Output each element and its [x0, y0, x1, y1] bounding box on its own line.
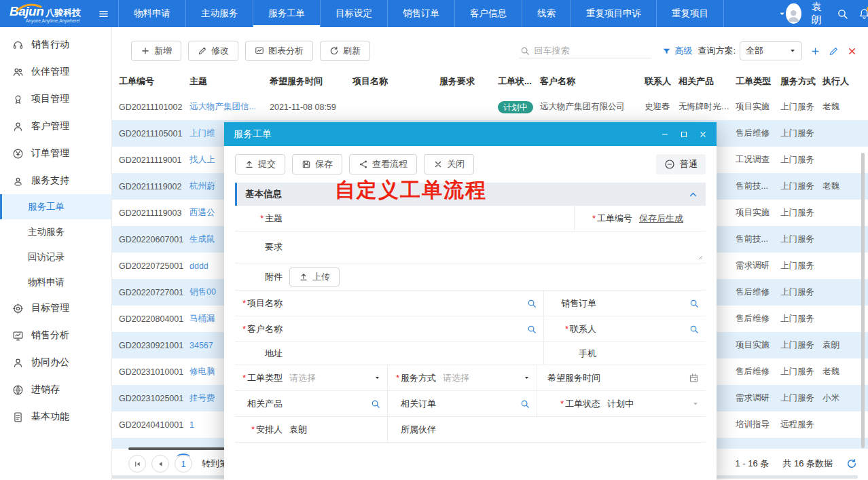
top-nav-tab[interactable]: 重复项目 [656, 0, 724, 27]
top-nav-tab[interactable]: 客户信息 [454, 0, 522, 27]
delete-scheme-button[interactable] [847, 46, 857, 56]
requirement-textarea[interactable] [289, 232, 706, 263]
search-input[interactable] [534, 45, 636, 56]
minimize-icon[interactable] [661, 130, 669, 139]
magnifier-icon[interactable] [527, 299, 537, 308]
table-header-cell[interactable]: 项目名称 [352, 75, 439, 88]
table-header-cell[interactable]: 联系人 [645, 75, 679, 88]
priority-selector[interactable]: 普通 [656, 154, 706, 174]
close-icon[interactable] [699, 130, 707, 139]
table-header-cell[interactable]: 主题 [189, 75, 270, 88]
assignee-value[interactable]: 袁朗 [289, 417, 387, 442]
toolbar-button[interactable]: 修改 [188, 41, 238, 61]
sidebar-item[interactable]: 协同办公 [0, 349, 111, 376]
vertical-scrollbar[interactable] [861, 153, 865, 448]
user-name[interactable]: 袁朗 [812, 1, 827, 26]
mobile-input[interactable] [603, 342, 706, 365]
toolbar-button[interactable]: 新增 [131, 41, 181, 61]
resize-handle-icon[interactable] [695, 252, 703, 260]
table-header-cell[interactable]: 服务要求 [439, 75, 498, 88]
table-row[interactable]: GD20211101002 远大物产集团信... 2021-11-08 08:5… [112, 94, 868, 120]
maximize-icon[interactable] [680, 130, 688, 139]
notifications-button[interactable] [858, 8, 868, 20]
calendar-icon[interactable] [689, 373, 699, 383]
method-select[interactable]: 请选择 [443, 365, 537, 390]
magnifier-icon[interactable] [689, 299, 699, 308]
global-search-button[interactable] [837, 8, 848, 20]
avatar[interactable] [786, 3, 801, 24]
modal-toolbar-button[interactable]: 查看流程 [349, 154, 417, 174]
magnifier-icon[interactable] [520, 399, 530, 409]
scheme-select[interactable]: 全部 [740, 41, 802, 60]
cell-subject-link[interactable]: 远大物产集团信... [189, 101, 270, 113]
top-nav-tab[interactable]: 销售订单 [387, 0, 454, 27]
address-input[interactable] [289, 342, 543, 365]
toolbar-button[interactable]: 刷新 [320, 41, 370, 61]
sidebar-item[interactable]: 服务工单 [0, 194, 111, 219]
brand-logo[interactable]: Bajun 八骏科技 Anyone,Anytime,Anywhere! [0, 4, 88, 23]
modal-toolbar-button[interactable]: 保存 [292, 154, 342, 174]
sidebar-item[interactable]: 项目管理 [0, 86, 111, 113]
modal-toolbar-button[interactable]: 关闭 [424, 154, 474, 174]
sidebar-item[interactable]: 销售分析 [0, 322, 111, 349]
sidebar-item[interactable]: 目标管理 [0, 295, 111, 322]
top-nav-tab[interactable]: 目标设定 [320, 0, 387, 27]
toolbar-button[interactable]: 图表分析 [245, 41, 313, 61]
modal-titlebar[interactable]: 服务工单 [224, 122, 717, 146]
top-nav-tab[interactable]: 重复项目申诉 [571, 0, 656, 27]
add-scheme-button[interactable] [810, 46, 820, 56]
chevron-up-icon[interactable] [689, 190, 698, 199]
rel-order-lookup-input[interactable] [443, 391, 537, 416]
current-page-button[interactable]: 1 [175, 455, 192, 473]
sidebar-item[interactable]: 订单管理 [0, 140, 111, 167]
sidebar-item[interactable]: 服务支持 [0, 167, 111, 194]
sidebar-item[interactable]: 进销存 [0, 376, 111, 403]
prev-page-button[interactable] [151, 455, 169, 473]
table-header-cell[interactable]: 执行人 [822, 75, 854, 88]
product-lookup-input[interactable] [289, 391, 387, 416]
project-lookup-input[interactable] [289, 291, 543, 316]
sidebar-item[interactable]: 回访记录 [0, 244, 111, 270]
top-nav-tab[interactable]: 物料申请 [118, 0, 185, 27]
top-nav-tab[interactable]: 主动服务 [185, 0, 253, 27]
magnifier-icon[interactable] [371, 399, 380, 409]
sidebar-item[interactable]: 销售行动 [0, 31, 111, 58]
sidebar-item[interactable]: 伙伴管理 [0, 58, 111, 86]
table-header-cell[interactable]: 服务方式 [780, 75, 822, 88]
sidebar-item[interactable]: 客户管理 [0, 113, 111, 140]
top-nav-tab[interactable]: 线索 [522, 0, 571, 27]
section-header-basic-info[interactable]: 基本信息 [235, 183, 706, 206]
table-header-cell[interactable]: 工单编号 [119, 75, 189, 88]
method-label: *服务方式 [387, 365, 443, 390]
modal-toolbar-button[interactable]: 提交 [235, 154, 285, 174]
first-page-button[interactable] [128, 455, 146, 473]
edit-scheme-button[interactable] [829, 46, 839, 56]
partner-input[interactable] [443, 417, 706, 442]
subject-input[interactable] [289, 206, 574, 231]
cell-method: 上门服务 [780, 181, 822, 192]
table-header-cell[interactable]: 希望服务时间 [270, 75, 352, 88]
magnifier-icon[interactable] [527, 325, 537, 334]
customer-lookup-input[interactable] [289, 316, 543, 341]
table-header-cell[interactable]: 客户名称 [540, 75, 645, 88]
table-header-cell[interactable]: 工单状... [498, 75, 540, 88]
table-header-cell[interactable]: 相关产品 [679, 75, 736, 88]
sidebar-item[interactable]: 物料申请 [0, 270, 111, 295]
magnifier-icon[interactable] [689, 325, 699, 334]
sidebar-item[interactable]: 基本功能 [0, 403, 111, 430]
sales-order-lookup-input[interactable] [603, 291, 706, 316]
refresh-list-button[interactable] [846, 458, 857, 469]
type-select[interactable]: 请选择 [289, 365, 387, 390]
expect-time-input[interactable] [607, 365, 706, 390]
sidebar-item[interactable]: 主动服务 [0, 219, 111, 244]
contact-lookup-input[interactable] [603, 316, 706, 341]
cell-type: 项目实施 [736, 101, 780, 113]
advanced-filter[interactable]: 高级 [662, 45, 692, 57]
nav-overflow-caret[interactable] [778, 10, 786, 18]
status-badge: 计划中 [498, 101, 533, 113]
table-header-cell[interactable]: 工单类型 [736, 75, 780, 88]
top-nav-tab[interactable]: 服务工单 [253, 0, 320, 27]
status-select[interactable]: 计划中 [607, 391, 706, 416]
upload-button[interactable]: 上传 [289, 267, 340, 287]
hamburger-menu-button[interactable] [88, 0, 118, 27]
